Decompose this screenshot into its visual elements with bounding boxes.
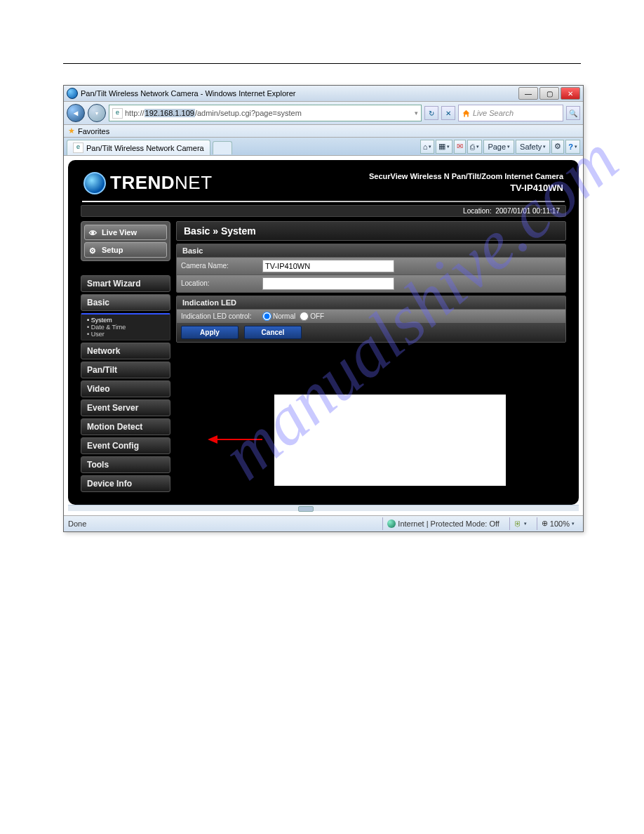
tab-bar: e Pan/Tilt Wireless Network Camera ⌂▾ ▦▾…: [64, 138, 583, 156]
product-model: TV-IP410WN: [369, 182, 563, 194]
eye-icon: 👁: [89, 229, 99, 236]
print-button[interactable]: ⎙▾: [467, 140, 482, 154]
led-control-label: Indication LED control:: [181, 312, 258, 320]
nav-tools[interactable]: Tools: [81, 456, 170, 473]
tools-button[interactable]: ⚙: [551, 140, 564, 154]
product-name: SecurView Wireless N Pan/Tilt/Zoom Inter…: [369, 171, 563, 182]
location-input[interactable]: [262, 277, 394, 290]
page-viewport: TRENDNET SecurView Wireless N Pan/Tilt/Z…: [64, 156, 583, 515]
status-bar: Done Internet | Protected Mode: Off ⛨ ▾ …: [64, 515, 583, 531]
browser-window: Pan/Tilt Wireless Network Camera - Windo…: [63, 85, 584, 532]
live-search-icon: [462, 109, 471, 118]
red-arrow-icon: [208, 435, 264, 444]
favorites-star-icon[interactable]: ★: [68, 126, 75, 135]
home-button[interactable]: ⌂▾: [420, 140, 435, 154]
nav-basic-user[interactable]: User: [87, 331, 164, 338]
document-divider: [63, 63, 581, 64]
zoom-control[interactable]: ⊕ 100% ▾: [537, 517, 579, 530]
status-zone: Internet | Protected Mode: Off: [382, 517, 504, 530]
window-titlebar: Pan/Tilt Wireless Network Camera - Windo…: [64, 86, 583, 102]
led-section-header: Indication LED: [177, 296, 565, 309]
nav-video[interactable]: Video: [81, 380, 170, 397]
safety-menu-button[interactable]: Safety▾: [516, 140, 550, 154]
protected-mode-text: Internet | Protected Mode: Off: [398, 519, 499, 528]
location-row: Location:: [177, 274, 565, 292]
nav-motion-detect[interactable]: Motion Detect: [81, 418, 170, 435]
url-text: http://192.168.1.109/admin/setup.cgi?pag…: [125, 109, 412, 117]
readmail-button[interactable]: ✉: [454, 140, 466, 154]
led-off-radio[interactable]: OFF: [300, 312, 324, 321]
basic-section: Basic Camera Name: Location:: [176, 244, 566, 293]
search-go-button[interactable]: 🔍: [566, 106, 580, 120]
status-icons: ⛨ ▾: [509, 517, 531, 530]
tab-title: Pan/Tilt Wireless Network Camera: [86, 144, 204, 152]
apply-button[interactable]: Apply: [181, 326, 239, 339]
nav-basic[interactable]: Basic: [81, 294, 170, 311]
address-bar-row: ◄ ▾ e http://192.168.1.109/admin/setup.c…: [64, 102, 583, 125]
page-icon: e: [112, 108, 123, 119]
stop-button[interactable]: ✕: [441, 106, 455, 120]
location-label: Location:: [181, 279, 258, 287]
brand-logo-text: TRENDNET: [83, 172, 213, 194]
action-button-bar: Apply Cancel: [177, 323, 565, 342]
refresh-button[interactable]: ↻: [424, 106, 438, 120]
close-button[interactable]: ✕: [561, 87, 580, 100]
nav-basic-datetime[interactable]: Date & Time: [87, 324, 164, 331]
nav-basic-submenu: System Date & Time User: [81, 313, 170, 340]
left-nav-column: 👁 Live View ⚙ Setup Smart Wizard Basic: [81, 221, 170, 492]
nav-pan-tilt[interactable]: Pan/Tilt: [81, 362, 170, 378]
product-header: SecurView Wireless N Pan/Tilt/Zoom Inter…: [369, 171, 563, 195]
favorites-bar: ★ Favorites: [64, 125, 583, 138]
active-tab[interactable]: e Pan/Tilt Wireless Network Camera: [67, 140, 210, 155]
location-timestamp-bar: Location: 2007/01/01 00:11:17: [81, 205, 566, 217]
globe-icon: [387, 519, 396, 528]
header-divider: [82, 201, 565, 202]
basic-section-header: Basic: [177, 244, 565, 257]
minimize-button[interactable]: —: [518, 87, 538, 100]
camera-name-input[interactable]: [262, 260, 394, 272]
led-normal-radio[interactable]: Normal: [262, 312, 295, 321]
nav-basic-system[interactable]: System: [87, 317, 164, 324]
camera-name-row: Camera Name:: [177, 257, 565, 274]
nav-smart-wizard[interactable]: Smart Wizard: [81, 275, 170, 292]
nav-event-config[interactable]: Event Config: [81, 437, 170, 454]
tab-page-icon: e: [73, 143, 83, 153]
page-header: TRENDNET SecurView Wireless N Pan/Tilt/Z…: [75, 167, 572, 198]
annotation-white-box: [274, 395, 506, 486]
camera-name-label: Camera Name:: [181, 262, 258, 270]
favorites-label[interactable]: Favorites: [78, 127, 109, 135]
maximize-button[interactable]: ▢: [539, 87, 559, 100]
search-box[interactable]: Live Search: [458, 105, 563, 121]
breadcrumb: Basic » System: [176, 221, 566, 241]
ie-icon: [67, 88, 78, 99]
led-control-row: Indication LED control: Normal OFF: [177, 309, 565, 323]
svg-marker-1: [208, 435, 217, 444]
address-bar[interactable]: e http://192.168.1.109/admin/setup.cgi?p…: [109, 105, 422, 121]
page-menu-button[interactable]: Page▾: [483, 140, 514, 154]
back-button[interactable]: ◄: [67, 104, 85, 122]
led-section: Indication LED Indication LED control: N…: [176, 296, 566, 343]
setup-button[interactable]: ⚙ Setup: [84, 242, 167, 258]
new-tab-button[interactable]: [213, 141, 232, 154]
horizontal-scrollbar[interactable]: [68, 505, 579, 511]
nav-device-info[interactable]: Device Info: [81, 475, 170, 492]
zoom-icon: ⊕: [542, 519, 548, 528]
zoom-value: 100%: [550, 519, 570, 528]
nav-event-server[interactable]: Event Server: [81, 399, 170, 416]
search-placeholder: Live Search: [473, 109, 514, 117]
window-title: Pan/Tilt Wireless Network Camera - Windo…: [81, 89, 518, 98]
nav-network[interactable]: Network: [81, 343, 170, 359]
help-button[interactable]: ?▾: [565, 140, 580, 154]
brand-logo-icon: [83, 172, 106, 194]
mode-button-group: 👁 Live View ⚙ Setup: [81, 221, 170, 261]
security-icon: ⛨: [514, 519, 522, 528]
feeds-button[interactable]: ▦▾: [436, 140, 452, 154]
forward-button[interactable]: ▾: [88, 104, 106, 122]
cancel-button[interactable]: Cancel: [244, 326, 302, 339]
status-done: Done: [68, 519, 86, 528]
live-view-button[interactable]: 👁 Live View: [84, 225, 167, 240]
gear-icon: ⚙: [89, 246, 99, 253]
